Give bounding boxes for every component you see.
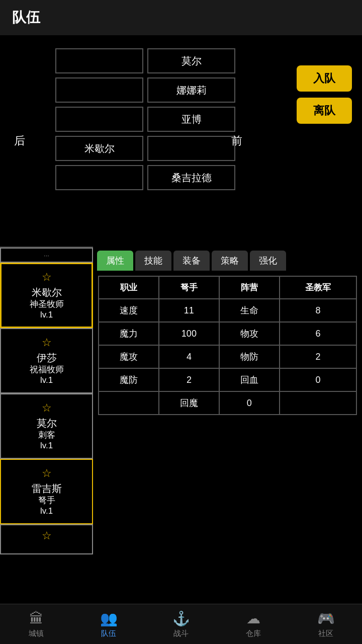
- warehouse-icon: ☁: [246, 610, 260, 627]
- char-star-3: ☆: [42, 401, 52, 415]
- nav-warehouse-label: 仓库: [246, 629, 261, 638]
- stat-physatk-label: 物攻: [219, 322, 280, 345]
- char-item-top-partial[interactable]: ···: [0, 248, 93, 263]
- stat-row-magdef-hpregen: 魔防 2 回血 0: [99, 368, 356, 391]
- stat-row-mpregen: 回魔 0: [99, 391, 356, 415]
- tab-enhance[interactable]: 强化: [250, 251, 286, 271]
- char-class-2: 祝福牧师: [30, 364, 64, 375]
- char-level-4: lv.1: [40, 506, 53, 516]
- slot-0-1[interactable]: 莫尔: [147, 48, 235, 73]
- stat-empty-1: [99, 391, 159, 415]
- team-icon: 👥: [100, 610, 118, 627]
- char-level-3: lv.1: [40, 441, 53, 451]
- right-panel: 属性 技能 装备 策略 强化 职业 弩手: [93, 247, 362, 554]
- nav-battle-label: 战斗: [173, 629, 189, 638]
- slot-0-0[interactable]: [55, 48, 143, 73]
- char-star-2: ☆: [42, 336, 52, 349]
- char-star-4: ☆: [42, 467, 52, 480]
- slot-1-0[interactable]: [55, 77, 143, 103]
- stat-header-col3: 阵营: [219, 276, 280, 299]
- stat-header-col1: 职业: [99, 276, 159, 299]
- formation-row-5: 桑吉拉德: [55, 165, 235, 190]
- stat-mpregen-val: 0: [219, 391, 280, 415]
- nav-team[interactable]: 👥 队伍: [72, 604, 145, 644]
- char-class-1: 神圣牧师: [30, 299, 64, 310]
- front-label: 前: [231, 133, 242, 148]
- char-level-2: lv.1: [40, 375, 53, 385]
- char-name-3: 莫尔: [37, 417, 57, 430]
- leave-button[interactable]: 离队: [297, 98, 352, 124]
- battle-icon: ⚓: [172, 610, 190, 627]
- char-item-michel[interactable]: ☆ 米歇尔 神圣牧师 lv.1: [0, 263, 93, 328]
- char-item-regis[interactable]: ☆ 雷吉斯 弩手 lv.1: [0, 459, 93, 524]
- char-name-2: 伊莎: [37, 351, 57, 364]
- char-name-4: 雷吉斯: [32, 482, 62, 495]
- char-star-5: ☆: [42, 529, 52, 542]
- stats-table: 职业 弩手 阵营 圣教军 速度 11 生命 8 魔力: [98, 276, 357, 415]
- stat-magdef-label: 魔防: [99, 368, 159, 391]
- city-icon: 🏛: [29, 610, 43, 627]
- stat-mpregen-label: 回魔: [159, 391, 219, 415]
- stats-header-row: 职业 弩手 阵营 圣教军: [99, 276, 356, 299]
- title-text: 队伍: [12, 10, 40, 25]
- stat-speed-label: 速度: [99, 299, 159, 322]
- stat-row-magic-physatk: 魔力 100 物攻 6: [99, 322, 356, 345]
- stat-life-label: 生命: [219, 299, 280, 322]
- slot-3-1[interactable]: [147, 136, 235, 161]
- community-icon: 🎮: [317, 610, 335, 627]
- char-name-1: 米歇尔: [32, 286, 62, 299]
- nav-team-label: 队伍: [101, 629, 116, 638]
- nav-city[interactable]: 🏛 城镇: [0, 604, 72, 644]
- formation-row-1: 莫尔: [55, 48, 235, 73]
- slot-1-1[interactable]: 娜娜莉: [147, 77, 235, 103]
- char-class-4: 弩手: [38, 495, 55, 506]
- slot-2-0[interactable]: [55, 107, 143, 132]
- formation-row-4: 米歇尔: [55, 136, 235, 161]
- stat-life-val: 8: [280, 299, 356, 322]
- nav-community-label: 社区: [318, 629, 333, 638]
- slot-4-1[interactable]: 桑吉拉德: [147, 165, 235, 190]
- page-title: 队伍: [0, 0, 362, 35]
- stat-hpregen-val: 0: [280, 368, 356, 391]
- char-item-mol[interactable]: ☆ 莫尔 刺客 lv.1: [0, 393, 93, 459]
- slot-3-0[interactable]: 米歇尔: [55, 136, 143, 161]
- slot-2-1[interactable]: 亚博: [147, 107, 235, 132]
- stat-magic-label: 魔力: [99, 322, 159, 345]
- join-button[interactable]: 入队: [297, 65, 352, 92]
- bottom-navigation: 🏛 城镇 👥 队伍 ⚓ 战斗 ☁ 仓库 🎮 社区: [0, 604, 362, 644]
- stat-physatk-val: 6: [280, 322, 356, 345]
- stat-physdef-val: 2: [280, 345, 356, 368]
- stat-row-magatk-physdef: 魔攻 4 物防 2: [99, 345, 356, 368]
- nav-community[interactable]: 🎮 社区: [290, 604, 362, 644]
- nav-battle[interactable]: ⚓ 战斗: [145, 604, 217, 644]
- stat-header-col4: 圣教军: [280, 276, 356, 299]
- formation-row-2: 娜娜莉: [55, 77, 235, 103]
- stat-magatk-val: 4: [159, 345, 219, 368]
- stat-hpregen-label: 回血: [219, 368, 280, 391]
- stats-container: 职业 弩手 阵营 圣教军 速度 11 生命 8 魔力: [93, 271, 362, 554]
- action-buttons: 入队 离队: [297, 65, 352, 124]
- stat-empty-2: [280, 391, 356, 415]
- tab-bar: 属性 技能 装备 策略 强化: [93, 247, 362, 271]
- tab-attributes[interactable]: 属性: [97, 251, 133, 271]
- nav-city-label: 城镇: [29, 629, 44, 638]
- stat-row-speed-life: 速度 11 生命 8: [99, 299, 356, 322]
- stat-header-col2: 弩手: [159, 276, 219, 299]
- formation-row-3: 亚博: [55, 107, 235, 132]
- back-label: 后: [14, 133, 25, 148]
- slot-4-0[interactable]: [55, 165, 143, 190]
- char-star-1: ☆: [42, 271, 52, 284]
- stat-speed-val: 11: [159, 299, 219, 322]
- char-class-3: 刺客: [38, 430, 55, 441]
- char-level-1: lv.1: [40, 310, 53, 320]
- stat-physdef-label: 物防: [219, 345, 280, 368]
- nav-warehouse[interactable]: ☁ 仓库: [217, 604, 290, 644]
- character-list: ··· ☆ 米歇尔 神圣牧师 lv.1 ☆ 伊莎 祝福牧师 lv.1 ☆ 莫尔 …: [0, 247, 93, 554]
- char-item-bottom-partial[interactable]: ☆: [0, 524, 93, 554]
- stat-magatk-label: 魔攻: [99, 345, 159, 368]
- tab-equipment[interactable]: 装备: [173, 251, 210, 271]
- tab-strategy[interactable]: 策略: [212, 251, 248, 271]
- char-item-isha[interactable]: ☆ 伊莎 祝福牧师 lv.1: [0, 328, 93, 393]
- stat-magic-val: 100: [159, 322, 219, 345]
- tab-skills[interactable]: 技能: [135, 251, 171, 271]
